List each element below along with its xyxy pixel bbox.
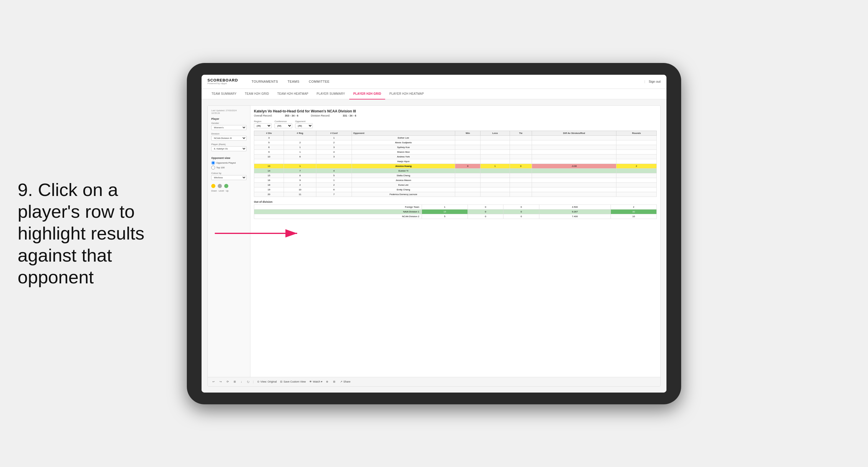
fullscreen-button[interactable]: ⊞ bbox=[332, 380, 337, 384]
view-icon: ⊙ bbox=[257, 380, 259, 383]
watch-icon: 👁 bbox=[309, 380, 312, 383]
table-row-highlighted[interactable]: 13 1 Jessica Huang 0 1 0 -3.00 2 bbox=[254, 164, 657, 168]
conference-label: Conference bbox=[275, 120, 292, 123]
conference-select[interactable]: (All) bbox=[275, 123, 292, 128]
tab-team-summary[interactable]: TEAM SUMMARY bbox=[208, 89, 241, 99]
col-div: # Div bbox=[254, 131, 284, 135]
tab-team-h2h-grid[interactable]: TEAM H2H GRID bbox=[241, 89, 273, 99]
col-reg: # Reg bbox=[284, 131, 316, 135]
table-row[interactable]: 613 Sydney Kuo bbox=[254, 145, 657, 150]
region-label: Region bbox=[254, 120, 272, 123]
label-up: Up bbox=[226, 189, 228, 192]
nav-item-teams[interactable]: TEAMS bbox=[283, 75, 304, 89]
sidebar-timestamp: Last Updated: 27/03/2024 16:55:28 bbox=[211, 109, 247, 115]
top-nav: SCOREBOARD Powered by clippd TOURNAMENTS… bbox=[202, 75, 666, 89]
out-div-row[interactable]: NAIA Division 1 15 0 0 9.267 30 bbox=[254, 209, 657, 214]
table-row[interactable]: 522 Alexis Sudjianto bbox=[254, 140, 657, 145]
dot-down bbox=[211, 184, 215, 188]
main-content: Last Updated: 27/03/2024 16:55:28 Player… bbox=[202, 99, 666, 393]
logo: SCOREBOARD Powered by clippd bbox=[208, 78, 238, 85]
label-down: Down bbox=[211, 189, 217, 192]
division-label: Division bbox=[211, 132, 247, 135]
col-conf: # Conf bbox=[316, 131, 351, 135]
tab-team-h2h-heatmap[interactable]: TEAM H2H HEATMAP bbox=[273, 89, 312, 99]
gender-label: Gender bbox=[211, 122, 247, 124]
share-icon: ↗ bbox=[340, 380, 342, 383]
bottom-toolbar: ↩ ↪ ⟳ ⊞ ↓ ⭮ | ⊙ View: Original ⊟ bbox=[208, 377, 660, 386]
tab-player-h2h-grid[interactable]: PLAYER H2H GRID bbox=[349, 89, 385, 99]
nav-items: TOURNAMENTS TEAMS COMMITTEE bbox=[247, 75, 334, 89]
table-row[interactable]: 1691 Jessica Mason bbox=[254, 178, 657, 182]
table-row[interactable]: 1063 Andrea York bbox=[254, 154, 657, 159]
watch-label: Watch ▾ bbox=[313, 380, 322, 383]
division-record-label: Division Record: 331 - 34 - 6 bbox=[311, 114, 356, 117]
tab-player-summary[interactable]: PLAYER SUMMARY bbox=[312, 89, 349, 99]
table-row[interactable]: 1585 Stella Cheng bbox=[254, 173, 657, 178]
out-div-row[interactable]: NCAA Division 2 5 0 0 7.400 10 bbox=[254, 214, 657, 219]
division-select[interactable]: NCAA Division III bbox=[211, 136, 247, 141]
opponent-view-title: Opponent view bbox=[211, 157, 247, 159]
table-row[interactable]: 31 Esther Lee bbox=[254, 135, 657, 140]
view-original-label: View: Original bbox=[260, 380, 277, 383]
grid-area: Katelyn Vo Head-to-Head Grid for Women's… bbox=[250, 106, 660, 377]
col-opponent: Opponent bbox=[351, 131, 455, 135]
out-div-row[interactable]: Foreign Team 1 0 0 4.500 2 bbox=[254, 205, 657, 209]
opponent-label: Opponent bbox=[295, 120, 313, 123]
sign-out-button[interactable]: Sign out bbox=[644, 80, 660, 83]
table-row[interactable]: 20117 Federica Domecq Lacroze bbox=[254, 192, 657, 196]
colour-by-label: Colour by bbox=[211, 172, 247, 175]
download-button[interactable]: ↓ bbox=[240, 380, 243, 384]
radio-group: Opponents Played Top 100 bbox=[211, 161, 247, 169]
col-tie: Tie bbox=[509, 131, 532, 135]
view-original-button[interactable]: ⊙ View: Original bbox=[257, 380, 277, 383]
watch-button[interactable]: 👁 Watch ▾ bbox=[309, 380, 322, 383]
radio-top100[interactable]: Top 100 bbox=[211, 166, 247, 169]
grid-button[interactable]: ⊞ bbox=[232, 380, 237, 384]
region-select[interactable]: (All) bbox=[254, 123, 272, 128]
colour-dots bbox=[211, 184, 247, 188]
table-row[interactable]: 1822 Euna Lee bbox=[254, 182, 657, 187]
player-select[interactable]: 8. Katelyn Vo bbox=[211, 146, 247, 151]
share-button[interactable]: ↗ Share bbox=[340, 380, 350, 383]
out-of-division: Out of division Foreign Team 1 0 0 bbox=[254, 200, 657, 219]
h2h-table: # Div # Reg # Conf Opponent Win Loss Tie… bbox=[254, 131, 657, 197]
table-row[interactable]: Haejo Hyun bbox=[254, 159, 657, 164]
grid-record: Overall Record: 353 - 34 - 6 Division Re… bbox=[254, 114, 657, 117]
share-label: Share bbox=[343, 380, 350, 383]
col-diff: Diff Av Strokes/Rnd bbox=[532, 131, 616, 135]
tablet-screen: SCOREBOARD Powered by clippd TOURNAMENTS… bbox=[202, 75, 666, 393]
dot-up bbox=[224, 184, 228, 188]
colour-by-select[interactable]: Win/loss bbox=[211, 175, 247, 180]
toolbar-sep: | bbox=[253, 380, 254, 383]
table-row[interactable]: 914 Sharon Mun bbox=[254, 150, 657, 154]
out-div-table: Foreign Team 1 0 0 4.500 2 bbox=[254, 205, 657, 219]
opponent-view-section: Opponent view Opponents Played Top 100 bbox=[211, 157, 247, 169]
redo-button[interactable]: ↪ bbox=[218, 380, 223, 384]
save-icon: ⊟ bbox=[280, 380, 282, 383]
undo-button[interactable]: ↩ bbox=[211, 380, 216, 384]
out-of-division-label: Out of division bbox=[254, 200, 657, 203]
col-rounds: Rounds bbox=[616, 131, 657, 135]
annotation-content: 9. Click on a player's row to highlight … bbox=[18, 180, 145, 287]
dashboard-inner: Last Updated: 27/03/2024 16:55:28 Player… bbox=[208, 105, 660, 387]
tab-player-h2h-heatmap[interactable]: PLAYER H2H HEATMAP bbox=[385, 89, 428, 99]
opponent-select[interactable]: (All) bbox=[295, 123, 313, 128]
zoom-button[interactable]: ⊕ bbox=[325, 380, 330, 384]
colour-section: Colour by Win/loss Dow bbox=[211, 172, 247, 192]
gender-select[interactable]: Women's bbox=[211, 125, 247, 130]
radio-opponents-played[interactable]: Opponents Played bbox=[211, 161, 247, 165]
clock-button[interactable]: ⭮ bbox=[246, 380, 251, 384]
nav-item-tournaments[interactable]: TOURNAMENTS bbox=[247, 75, 283, 89]
grid-title: Katelyn Vo Head-to-Head Grid for Women's… bbox=[254, 109, 657, 113]
table-row[interactable]: 19106 Emily Chang bbox=[254, 187, 657, 192]
label-level: Level bbox=[219, 189, 224, 192]
nav-item-committee[interactable]: COMMITTEE bbox=[304, 75, 335, 89]
conference-filter: Conference (All) bbox=[275, 120, 292, 128]
logo-subtitle: Powered by clippd bbox=[208, 82, 238, 85]
save-custom-view-button[interactable]: ⊟ Save Custom View bbox=[280, 380, 306, 383]
refresh-button[interactable]: ⟳ bbox=[225, 380, 230, 384]
table-row[interactable]: 14 7 4 Eunice Yi bbox=[254, 168, 657, 173]
player-rank-label: Player (Rank) bbox=[211, 143, 247, 146]
left-sidebar: Last Updated: 27/03/2024 16:55:28 Player… bbox=[208, 106, 250, 377]
region-filter: Region (All) bbox=[254, 120, 272, 128]
